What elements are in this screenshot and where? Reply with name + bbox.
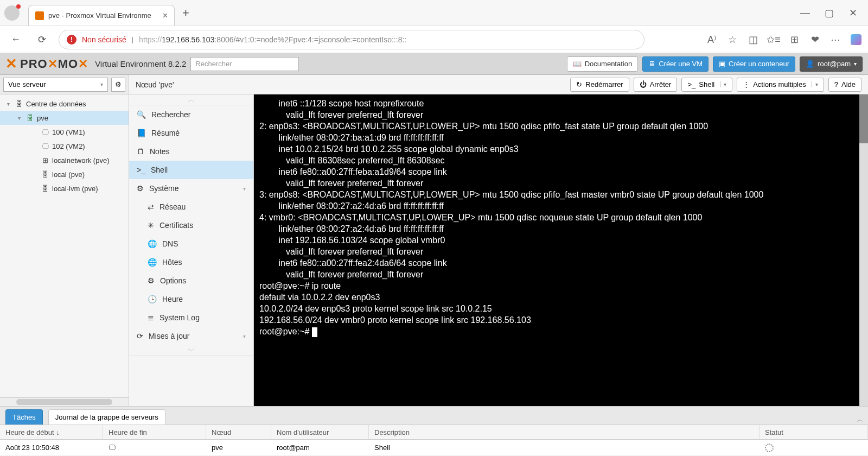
restart-button[interactable]: ↻Redémarrer (570, 78, 629, 92)
new-tab-button[interactable]: + (182, 6, 189, 20)
shell-split-button[interactable]: >_Shell▾ (681, 78, 732, 92)
collections-icon[interactable]: ⊞ (789, 34, 800, 45)
monitor-off-icon: 🖵 (40, 142, 50, 150)
tab-title: pve - Proxmox Virtual Environme (48, 11, 158, 20)
tree-vm-100[interactable]: 🖵100 (VM1) (0, 125, 129, 139)
chevron-down-icon[interactable]: ▾ (812, 81, 818, 87)
documentation-button[interactable]: 📖Documentation (567, 56, 638, 72)
browser-tabbar: pve - Proxmox Virtual Environme × + — ▢ … (0, 0, 868, 26)
content-title: Nœud 'pve' (136, 80, 174, 89)
create-vm-button[interactable]: 🖥Créer une VM (642, 56, 709, 72)
menu-options[interactable]: ⚙Options (129, 271, 253, 290)
menu-shell[interactable]: >_Shell (129, 161, 253, 179)
browser-sync-icon[interactable]: ❤ (809, 34, 820, 45)
collapse-tasks-icon[interactable]: ︿ (857, 415, 864, 425)
window-maximize-icon[interactable]: ▢ (824, 8, 834, 18)
chevron-down-icon[interactable]: ▾ (720, 81, 726, 87)
read-aloud-icon[interactable]: A⁾ (706, 34, 717, 45)
menu-network[interactable]: ⇄Réseau (129, 198, 253, 216)
split-screen-icon[interactable]: ◫ (748, 34, 758, 45)
menu-summary[interactable]: 📘Résumé (129, 124, 253, 142)
product-version: Virtual Environment 8.2.2 (95, 59, 186, 68)
menu-dns[interactable]: 🌐DNS (129, 235, 253, 253)
view-selector[interactable]: Vue serveur▾ (3, 78, 108, 92)
app-header: ✕PRO✕MO✕ Virtual Environment 8.2.2 Reche… (0, 53, 868, 75)
window-minimize-icon[interactable]: — (800, 8, 810, 18)
book-icon: 📘 (137, 129, 146, 137)
restart-icon: ↻ (576, 80, 582, 88)
global-search-input[interactable]: Rechercher (190, 57, 299, 71)
menu-system[interactable]: ⚙Système▾ (129, 179, 253, 198)
tree-datacenter[interactable]: ▾🗄Centre de données (0, 97, 129, 111)
nav-back-icon[interactable]: ← (7, 30, 25, 49)
collapse-down-icon[interactable]: ﹀ (129, 345, 253, 356)
col-user[interactable]: Nom d'utilisateur (271, 425, 369, 439)
copilot-icon[interactable] (851, 34, 861, 45)
not-secure-label: Non sécurisé (82, 35, 126, 44)
tree-node-pve[interactable]: ▾🗄pve (0, 111, 129, 125)
tree-horizontal-scrollbar[interactable] (0, 397, 129, 406)
menu-icon: ⋮ (743, 80, 750, 88)
tree-local-lvm-storage[interactable]: 🗄local-lvm (pve) (0, 181, 129, 195)
help-button[interactable]: ?Aide (828, 78, 861, 92)
user-menu-button[interactable]: 👤root@pam▾ (800, 56, 863, 72)
power-icon: ⏻ (640, 80, 647, 88)
favicon-icon (35, 11, 44, 20)
proxmox-logo[interactable]: ✕PRO✕MO✕ (5, 55, 88, 72)
tree-vm-102[interactable]: 🖵102 (VM2) (0, 139, 129, 153)
tree-localnetwork[interactable]: ⊞localnetwork (pve) (0, 153, 129, 167)
network-icon: ⊞ (40, 156, 50, 164)
server-rack-icon: 🗄 (14, 99, 24, 108)
col-status[interactable]: Statut (760, 425, 868, 439)
shutdown-button[interactable]: ⏻Arrêter (634, 78, 678, 92)
menu-notes[interactable]: 🗒Notes (129, 142, 253, 161)
favorites-bar-icon[interactable]: ✩≡ (768, 34, 779, 45)
cert-icon: ✳ (148, 221, 154, 230)
browser-tab[interactable]: pve - Proxmox Virtual Environme × (28, 5, 175, 26)
terminal-icon: >_ (137, 166, 145, 174)
chevron-down-icon: ▾ (243, 333, 246, 339)
bulk-actions-button[interactable]: ⋮Actions multiples▾ (737, 78, 824, 92)
nav-refresh-icon[interactable]: ⟳ (33, 30, 51, 49)
swap-icon: ⇄ (148, 202, 154, 211)
col-node[interactable]: Nœud (206, 425, 271, 439)
close-tab-icon[interactable]: × (163, 11, 168, 21)
book-icon: 📖 (573, 60, 582, 68)
collapse-up-icon[interactable]: ︿ (129, 94, 253, 105)
favorite-icon[interactable]: ☆ (727, 34, 738, 45)
menu-time[interactable]: 🕒Heure (129, 290, 253, 308)
task-row[interactable]: Août 23 10:50:48 🖵 pve root@pam Shell (0, 440, 868, 456)
profile-avatar-icon[interactable] (4, 5, 20, 21)
cube-icon: ▣ (719, 60, 725, 68)
storage-icon: 🗄 (40, 170, 50, 179)
url-bar[interactable]: ! Non sécurisé | https://192.168.56.103:… (59, 30, 644, 49)
col-start-time[interactable]: Heure de début ↓ (0, 425, 103, 439)
tree-settings-button[interactable]: ⚙ (111, 78, 125, 92)
help-icon: ? (834, 80, 838, 88)
monitor-off-icon: 🖵 (40, 128, 50, 136)
note-icon: 🗒 (137, 147, 144, 156)
col-end-time[interactable]: Heure de fin (103, 425, 206, 439)
tab-cluster-log[interactable]: Journal de la grappe de serveurs (48, 409, 165, 425)
terminal-console[interactable]: inet6 ::1/128 scope host noprefixroute v… (254, 94, 868, 406)
search-icon: 🔍 (137, 110, 146, 119)
node-side-menu: ︿ 🔍Rechercher 📘Résumé 🗒Notes >_Shell ⚙Sy… (129, 94, 254, 406)
gear-icon: ⚙ (115, 80, 122, 88)
menu-search[interactable]: 🔍Rechercher (129, 105, 253, 124)
menu-hosts[interactable]: 🌐Hôtes (129, 253, 253, 271)
not-secure-icon: ! (67, 35, 76, 45)
task-log-tabs: Tâches Journal de la grappe de serveurs … (0, 406, 868, 425)
more-icon[interactable]: ⋯ (830, 34, 841, 45)
menu-updates[interactable]: ⟳Mises à jour▾ (129, 327, 253, 345)
create-container-button[interactable]: ▣Créer un conteneur (713, 56, 795, 72)
menu-certificates[interactable]: ✳Certificats (129, 216, 253, 235)
col-description[interactable]: Description (369, 425, 760, 439)
storage-icon: 🗄 (40, 184, 50, 193)
globe-icon: 🌐 (148, 258, 157, 267)
window-close-icon[interactable]: ✕ (847, 8, 858, 18)
tab-tasks[interactable]: Tâches (5, 409, 43, 425)
tree-local-storage[interactable]: 🗄local (pve) (0, 167, 129, 181)
url-text: https://192.168.56.103:8006/#v1:0:=node%… (139, 35, 406, 44)
menu-syslog[interactable]: ≣System Log (129, 308, 253, 327)
chevron-down-icon: ▾ (243, 186, 246, 192)
